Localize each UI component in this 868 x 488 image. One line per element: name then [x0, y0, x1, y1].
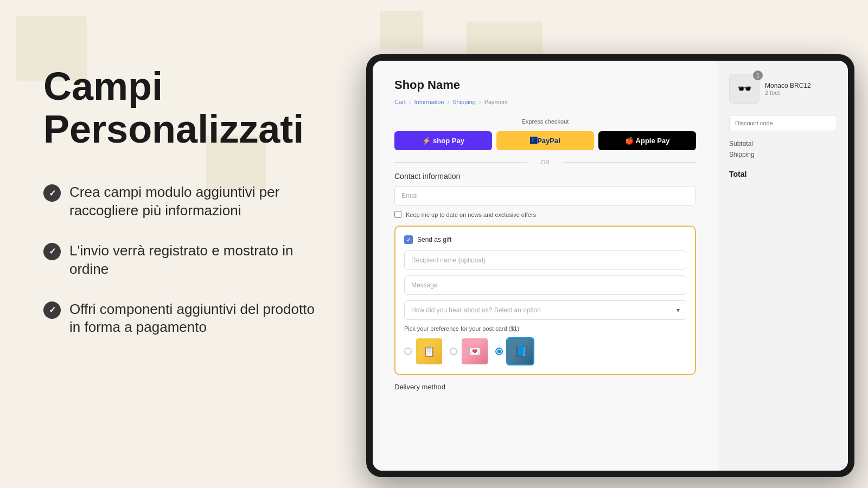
feature-text-1: Crea campi modulo aggiuntivi per raccogl…: [69, 183, 326, 220]
check-icon-2: [43, 243, 61, 260]
left-panel: Campi Personalizzati Crea campi modulo a…: [0, 0, 369, 488]
message-field[interactable]: [404, 275, 686, 295]
post-card-img-blue[interactable]: 📘: [506, 337, 534, 365]
breadcrumb: Cart › Information › Shipping › Payment: [394, 99, 696, 105]
product-info: Monaco BRC12 2 feet: [765, 82, 837, 96]
gift-label: Send as gift: [417, 236, 451, 243]
total-label: Total: [729, 170, 746, 178]
check-icon-3: [43, 301, 61, 319]
how-heard-select-row: How did you hear about us? Select an opt…: [404, 300, 686, 320]
shop-pay-icon: ⚡: [422, 137, 431, 145]
feature-item-1: Crea campi modulo aggiuntivi per raccogl…: [43, 183, 326, 220]
device-frame: Shop Name Cart › Information › Shipping …: [366, 54, 854, 477]
checkout-main: Shop Name Cart › Information › Shipping …: [373, 61, 718, 471]
radio-blue[interactable]: [495, 348, 503, 355]
post-card-label: Pick your preference for your post card …: [404, 325, 686, 332]
post-card-option-yellow: 📋: [404, 337, 443, 365]
newsletter-label: Keep me up to date on news and exclusive…: [406, 211, 536, 218]
product-row: 🕶️ 1 Monaco BRC12 2 feet: [729, 74, 837, 104]
post-card-img-pink[interactable]: 💌: [461, 337, 489, 365]
how-heard-select[interactable]: How did you hear about us? Select an opt…: [404, 300, 686, 320]
shop-pay-button[interactable]: ⚡ shop Pay: [394, 131, 492, 150]
product-variant: 2 feet: [765, 89, 837, 96]
page-title: Campi Personalizzati: [43, 65, 326, 151]
right-panel: Shop Name Cart › Information › Shipping …: [353, 0, 868, 488]
product-icon: 🕶️: [737, 82, 752, 96]
subtotal-label: Subtotal: [729, 140, 753, 147]
post-card-option-pink: 💌: [450, 337, 489, 365]
delivery-section-title: Delivery method: [394, 383, 696, 391]
quantity-badge: 1: [753, 70, 763, 80]
feature-text-2: L'invio verrà registrato e mostrato in o…: [69, 242, 326, 279]
blue-card-preview: 📘: [507, 338, 533, 364]
paypal-icon: 🅿: [530, 137, 537, 145]
recipient-name-field[interactable]: [404, 251, 686, 270]
radio-yellow[interactable]: [404, 348, 412, 355]
pink-card-preview: 💌: [462, 338, 488, 364]
email-field[interactable]: [394, 186, 696, 206]
express-checkout-label: Express checkout: [394, 118, 696, 125]
post-card-options: 📋 💌 📘: [404, 337, 686, 365]
post-card-img-yellow[interactable]: 📋: [415, 337, 443, 365]
yellow-card-preview: 📋: [416, 338, 442, 364]
breadcrumb-payment: Payment: [484, 99, 508, 105]
post-card-option-blue: 📘: [495, 337, 534, 365]
check-icon-1: [43, 184, 61, 202]
discount-code-input[interactable]: [729, 115, 837, 131]
express-buttons: ⚡ shop Pay 🅿 PayPal 🍎 Apple Pay: [394, 131, 696, 150]
paypal-button[interactable]: 🅿 PayPal: [496, 131, 594, 150]
apple-pay-button[interactable]: 🍎 Apple Pay: [598, 131, 696, 150]
total-row: Total: [729, 164, 837, 178]
subtotal-row: Subtotal: [729, 140, 837, 147]
radio-pink[interactable]: [450, 348, 457, 355]
checkout-sidebar: 🕶️ 1 Monaco BRC12 2 feet Subtotal Shipp: [718, 61, 848, 471]
breadcrumb-information[interactable]: Information: [414, 99, 444, 105]
product-image-wrap: 🕶️ 1: [729, 74, 760, 104]
gift-checkbox-icon: [404, 235, 413, 244]
breadcrumb-shipping[interactable]: Shipping: [452, 99, 476, 105]
device-screen: Shop Name Cart › Information › Shipping …: [373, 61, 848, 471]
product-name: Monaco BRC12: [765, 82, 837, 89]
or-divider: OR: [394, 159, 696, 165]
feature-list: Crea campi modulo aggiuntivi per raccogl…: [43, 183, 326, 337]
feature-item-2: L'invio verrà registrato e mostrato in o…: [43, 242, 326, 279]
feature-item-3: Offri componenti aggiuntivi del prodotto…: [43, 300, 326, 337]
apple-icon: 🍎: [625, 137, 634, 145]
breadcrumb-cart[interactable]: Cart: [394, 99, 406, 105]
custom-fields-box: Send as gift How did you hear about us? …: [394, 226, 696, 375]
gift-row: Send as gift: [404, 235, 686, 244]
shipping-label: Shipping: [729, 151, 755, 158]
shop-name: Shop Name: [394, 78, 696, 92]
shipping-row: Shipping: [729, 151, 837, 158]
feature-text-3: Offri componenti aggiuntivi del prodotto…: [69, 300, 326, 337]
contact-section-title: Contact information: [394, 172, 696, 181]
newsletter-checkbox[interactable]: [394, 211, 401, 218]
newsletter-row: Keep me up to date on news and exclusive…: [394, 211, 696, 218]
